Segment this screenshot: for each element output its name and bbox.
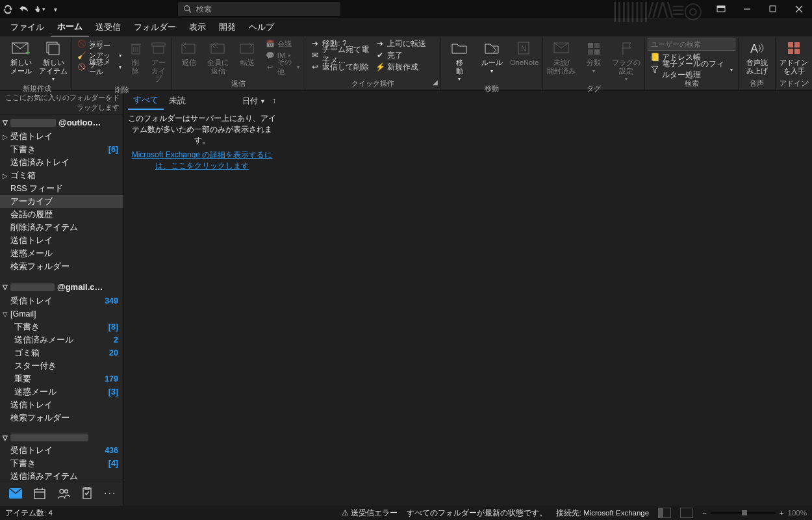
quick-new-button[interactable]: ⚡新規作成 xyxy=(373,61,438,73)
folder-outbox[interactable]: 送信トレイ xyxy=(0,234,123,247)
folder-drafts[interactable]: 下書き[6] xyxy=(0,143,123,156)
content-area: ここにお気に入りのフォルダーをドラッグします ▽@outloo… ▷受信トレイ … xyxy=(0,90,812,506)
folder-starred[interactable]: スター付き xyxy=(0,359,123,372)
folder-sent[interactable]: 送信済みトレイ xyxy=(0,156,123,169)
tab-dev[interactable]: 開発 xyxy=(212,19,242,36)
chevron-down-icon: ▽ xyxy=(3,119,10,126)
quick-replydel-button[interactable]: ↩返信して削除 xyxy=(308,61,373,73)
tab-home[interactable]: ホーム xyxy=(51,18,89,37)
group-move: 移 動▾ ルール▾ NOneNote 移動 xyxy=(441,38,543,90)
categorize-button[interactable]: 分類▾ xyxy=(578,38,609,75)
read-aloud-button[interactable]: A音声読 み上げ xyxy=(741,38,772,76)
new-mail-icon: + xyxy=(11,39,31,57)
onenote-button[interactable]: NOneNote xyxy=(509,38,540,68)
calendar-nav-icon[interactable] xyxy=(34,487,45,500)
folder-archive[interactable]: アーカイブ xyxy=(0,195,123,208)
folder-trash[interactable]: ▷ゴミ箱 xyxy=(0,169,123,182)
warning-icon: ⚠ xyxy=(342,509,349,517)
zoom-in-icon[interactable]: + xyxy=(780,509,784,517)
global-search[interactable]: 検索 xyxy=(178,2,340,16)
folder-junk[interactable]: 迷惑メール xyxy=(0,247,123,260)
ribbon-collapse-icon[interactable]: ˄ xyxy=(806,80,809,89)
filter-email-button[interactable]: 電子メールのフィルター処理▾ xyxy=(648,64,735,75)
undo-icon[interactable] xyxy=(18,3,30,15)
folder-inbox[interactable]: ▷受信トレイ xyxy=(0,130,123,143)
folder-outbox[interactable]: 送信トレイ xyxy=(0,398,123,411)
folder-inbox[interactable]: 受信トレイ436 xyxy=(0,444,123,457)
find-user-input[interactable] xyxy=(648,38,735,51)
rules-button[interactable]: ルール▾ xyxy=(476,38,507,75)
folder-search[interactable]: 検索フォルダー xyxy=(0,260,123,273)
account-header[interactable]: ▽@gmail.c… xyxy=(0,280,123,294)
folder-junk[interactable]: 迷惑メール[3] xyxy=(0,385,123,398)
status-error[interactable]: ⚠ 送受信エラー xyxy=(342,508,398,518)
get-addins-button[interactable]: アドイン を入手 xyxy=(778,38,809,76)
forward-button[interactable]: 転送 xyxy=(234,38,262,68)
junk-button[interactable]: 迷惑メール▾ xyxy=(75,61,124,73)
sort-direction-icon[interactable]: ↑ xyxy=(272,96,276,105)
folder-conversation[interactable]: 会話の履歴 xyxy=(0,208,123,221)
tasks-nav-icon[interactable] xyxy=(82,487,92,500)
ribbon-display-icon[interactable] xyxy=(708,0,734,18)
ignore-button[interactable]: 🚫無視 xyxy=(75,38,124,49)
qat-customize-icon[interactable]: ▾ xyxy=(49,3,61,15)
chevron-right-icon: ▷ xyxy=(3,172,9,179)
folder-rss[interactable]: RSS フィード xyxy=(0,182,123,195)
folder-trash[interactable]: ゴミ箱20 xyxy=(0,346,123,359)
more-nav-icon[interactable]: ··· xyxy=(104,487,116,500)
svg-point-44 xyxy=(65,489,68,493)
flag-button[interactable]: フラグの 設定▾ xyxy=(611,38,642,83)
account-header[interactable]: ▽ xyxy=(0,431,123,444)
delete-button[interactable]: 削 除 xyxy=(125,38,147,76)
folder-drafts[interactable]: 下書き[8] xyxy=(0,320,123,333)
tab-folder[interactable]: フォルダー xyxy=(127,19,183,36)
tab-help[interactable]: ヘルプ xyxy=(242,19,281,36)
folder-deleted[interactable]: 削除済みアイテム xyxy=(0,221,123,234)
ignore-icon: 🚫 xyxy=(77,39,86,48)
folder-drafts[interactable]: 下書き[4] xyxy=(0,457,123,470)
reply-all-button[interactable]: 全員に 返信 xyxy=(204,38,232,76)
reply-button[interactable]: 返信 xyxy=(175,38,203,68)
junk-icon xyxy=(77,62,86,72)
svg-line-13 xyxy=(80,65,84,69)
touch-mode-icon[interactable]: ▾ xyxy=(34,3,45,15)
folder-inbox[interactable]: 受信トレイ349 xyxy=(0,294,123,307)
maximize-button[interactable] xyxy=(760,0,786,18)
meeting-button[interactable]: 📅会議 xyxy=(263,38,302,49)
sync-icon[interactable] xyxy=(3,3,14,15)
view-normal-button[interactable] xyxy=(658,508,671,518)
move-button[interactable]: 移 動▾ xyxy=(444,38,475,83)
folder-sent[interactable]: 削除済みアイテム送信済みトレイ送信済みアイテム xyxy=(0,470,123,480)
folder-gmail[interactable]: ▽[Gmail] xyxy=(0,307,123,320)
zoom-out-icon[interactable]: − xyxy=(702,509,707,517)
sort-by-date[interactable]: 日付 ▼ ↑ xyxy=(242,96,276,107)
folder-important[interactable]: 重要179 xyxy=(0,372,123,385)
tab-file[interactable]: ファイル xyxy=(4,19,51,36)
svg-text:A: A xyxy=(750,42,758,55)
quick-done-button[interactable]: ✔完了 xyxy=(373,49,438,61)
archive-button[interactable]: アー カイブ xyxy=(147,38,169,84)
zoom-slider[interactable] xyxy=(711,512,776,514)
search-placeholder: 検索 xyxy=(196,4,212,15)
folder-sentmail[interactable]: 送信済みメール2 xyxy=(0,333,123,346)
tab-sendrecv[interactable]: 送受信 xyxy=(89,19,127,36)
quick-team-button[interactable]: ✉チーム宛て電子メ… xyxy=(308,49,373,61)
zoom-control[interactable]: − + 100% xyxy=(702,509,807,517)
svg-rect-28 xyxy=(594,43,600,48)
people-nav-icon[interactable] xyxy=(57,487,70,500)
folder-search[interactable]: 検索フォルダー xyxy=(0,411,123,424)
exchange-details-link[interactable]: Microsoft Exchange の詳細を表示するには、ここをクリックします xyxy=(124,148,280,173)
respond-more-button[interactable]: ↩その他▾ xyxy=(263,61,302,73)
new-item-button[interactable]: 新しい アイテム▾ xyxy=(38,38,69,83)
tab-view[interactable]: 表示 xyxy=(183,19,212,36)
view-reading-button[interactable] xyxy=(680,508,693,518)
mail-nav-icon[interactable] xyxy=(9,487,22,500)
unread-button[interactable]: 未読/ 開封済み xyxy=(546,38,577,76)
quick-fwdboss-button[interactable]: ➜上司に転送 xyxy=(373,38,438,49)
minimize-button[interactable] xyxy=(734,0,760,18)
close-button[interactable] xyxy=(786,0,812,18)
search-icon xyxy=(183,5,192,14)
account-header[interactable]: ▽@outloo… xyxy=(0,115,123,130)
dialog-launcher-icon[interactable]: ◢ xyxy=(433,79,438,86)
new-mail-button[interactable]: + 新しい メール xyxy=(5,38,36,76)
